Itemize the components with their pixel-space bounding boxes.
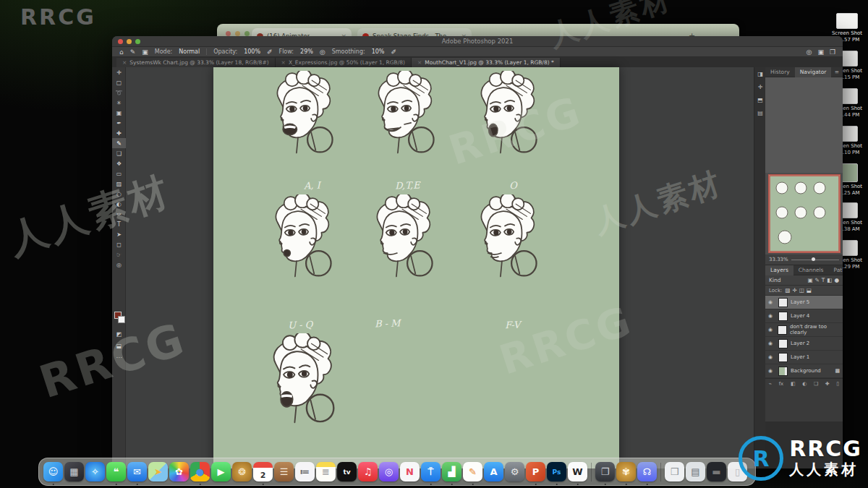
lock-option-icon[interactable]: ⬓ [807,287,812,294]
color-swatches[interactable] [114,312,126,325]
layer-thumbnail[interactable] [778,353,788,362]
dock-icon-downloads-stack[interactable]: ▤ [686,462,705,481]
layer-thumbnail[interactable] [778,367,788,376]
layer-thumbnail[interactable] [778,325,787,335]
document-canvas[interactable]: A, ID,T,EOU - QB - MF-V [213,67,619,468]
dock-icon-mail[interactable]: ✉ [127,462,147,481]
layer-thumbnail[interactable] [778,339,788,348]
dock-icon-facetime[interactable]: ▶ [211,462,231,481]
navigator-thumbnail[interactable] [769,175,840,252]
tab-close-icon[interactable]: × [281,59,286,66]
dock-icon-music[interactable]: ♫ [358,462,378,481]
layer-action-icon[interactable]: ⌁ [769,381,772,387]
dock-icon-app-store[interactable]: A [484,462,503,481]
shape-tool[interactable]: ◻ [112,239,126,249]
quick-mask-icon[interactable]: ◩ [112,329,126,339]
dock-icon-documents-stack[interactable]: ❒ [665,462,684,481]
blur-tool[interactable]: ○ [112,189,126,199]
wand-tool[interactable]: ✳ [112,98,126,108]
minimize-icon[interactable] [235,31,240,36]
type-tool[interactable]: T [112,219,126,229]
layer-row[interactable]: ◉Layer 1 [765,351,843,364]
layer-action-icon[interactable]: ◐ [802,381,807,387]
document-tab[interactable]: ×X_Expressions.jpg @ 50% (Layer 1, RGB/8… [276,58,412,67]
dock-icon-contacts[interactable]: ☰ [274,462,294,481]
adjustments-panel-icon[interactable]: ⬒ [754,93,766,106]
brush-preset-icon[interactable]: ▣ [142,48,148,56]
lock-option-icon[interactable]: ◫ [799,287,804,294]
navigator-zoom-slider[interactable] [791,260,839,260]
layer-filter-icon[interactable]: ◧ [827,277,832,283]
dock-icon-notes[interactable]: ≡ [316,462,336,481]
dock-icon-maps[interactable]: ➤ [148,462,168,481]
dock-icon-golden-flower-app[interactable]: ❂ [232,462,252,481]
dock-icon-powerpoint[interactable]: P [526,462,545,481]
eyedropper-tool[interactable]: ✒ [112,118,126,128]
document-tab[interactable]: ×MouthChart_V1.jpg @ 33.3% (Layer 1, RGB… [412,58,561,67]
pressure-opacity-icon[interactable]: ✐ [267,48,273,56]
layer-action-icon[interactable]: ✚ [825,381,830,387]
dock-icon-discord[interactable]: ☊ [637,462,657,481]
layer-row[interactable]: ◉Layer 4 [765,309,843,323]
tab-history[interactable]: History [765,67,795,77]
brush-angle-icon[interactable]: ✐ [391,48,396,56]
dock-icon-system-preferences[interactable]: ⚙ [505,462,524,481]
tab-close-icon[interactable]: × [417,59,422,66]
dock-icon-launchpad[interactable]: ▦ [64,462,84,481]
layer-action-icon[interactable]: fx [779,381,784,387]
screen-mode-icon[interactable]: ⬓ [112,341,126,351]
share-icon[interactable]: ❐ [830,48,835,56]
dock-icon-keynote[interactable]: ⍑ [421,462,441,481]
properties-panel-icon[interactable]: ✛ [754,80,766,93]
dock-icon-reminders[interactable]: ≔ [295,462,315,481]
tab-paths[interactable]: Paths [829,265,843,275]
tab-channels[interactable]: Channels [793,265,829,275]
background-color-swatch[interactable] [118,316,125,323]
navigator-preview[interactable] [765,173,843,254]
home-icon[interactable]: ⌂ [119,48,124,56]
smoothing-value[interactable]: 10% [372,48,385,55]
dodge-tool[interactable]: ◐ [112,199,126,209]
brushes-panel-icon[interactable]: ▤ [754,106,766,119]
mode-select[interactable]: Normal [179,48,200,55]
document-tab[interactable]: ×SystemsWk Chart.jpg @ 33.3% (Layer 18, … [116,58,276,67]
visibility-eye-icon[interactable]: ◉ [768,368,775,374]
edit-toolbar-icon[interactable]: ⋯ [112,352,126,362]
tab-layers[interactable]: Layers [765,265,793,275]
heal-tool[interactable]: ✚ [112,128,126,138]
hand-tool[interactable]: ☞ [112,249,126,260]
dock-icon-finder[interactable]: ☺ [43,462,63,481]
layer-action-icon[interactable]: ❏ [814,381,818,387]
visibility-eye-icon[interactable]: ◉ [768,313,775,319]
path-select-tool[interactable]: ➤ [112,229,126,239]
airbrush-icon[interactable]: ◎ [320,48,326,56]
navigator-zoom-value[interactable]: 33.33% [769,257,788,262]
visibility-eye-icon[interactable]: ◉ [768,327,775,333]
clone-tool[interactable]: ❏ [112,148,126,158]
crop-tool[interactable]: ▣ [112,108,126,118]
visibility-eye-icon[interactable]: ◉ [768,354,775,360]
dock-icon-safari[interactable]: ✧ [85,462,105,481]
layer-thumbnail[interactable] [778,312,788,321]
dock-icon-wacom-center[interactable]: W [568,462,587,481]
marquee-tool[interactable]: ▢ [112,77,126,87]
opacity-value[interactable]: 100% [244,48,260,55]
dock-icon-screens-app[interactable]: ❐ [595,462,615,481]
tab-navigator[interactable]: Navigator [795,67,832,77]
dock-icon-news[interactable]: N [400,462,420,481]
gradient-tool[interactable]: ▨ [112,179,126,189]
browser-traffic-lights[interactable] [226,31,250,36]
layer-filter-icon[interactable]: T [822,277,825,283]
dock-icon-calendar[interactable]: 2 [253,462,273,481]
filter-type-select[interactable]: Kind [769,277,781,283]
layer-filter-icon[interactable]: ● [834,277,839,283]
brush-tool[interactable]: ✎ [112,138,126,148]
lock-option-icon[interactable]: ▨ [785,287,790,294]
layer-action-icon[interactable]: ▯ [836,381,839,387]
layer-action-icon[interactable]: ◧ [791,381,796,387]
layer-row[interactable]: ◉Layer 5 [765,296,843,309]
dock-icon-photoshop[interactable]: Ps [547,462,566,481]
layer-row[interactable]: ◉don't draw too clearly [765,323,843,337]
move-tool[interactable]: ✛ [112,67,126,77]
dock-icon-photos[interactable]: ✿ [169,462,189,481]
